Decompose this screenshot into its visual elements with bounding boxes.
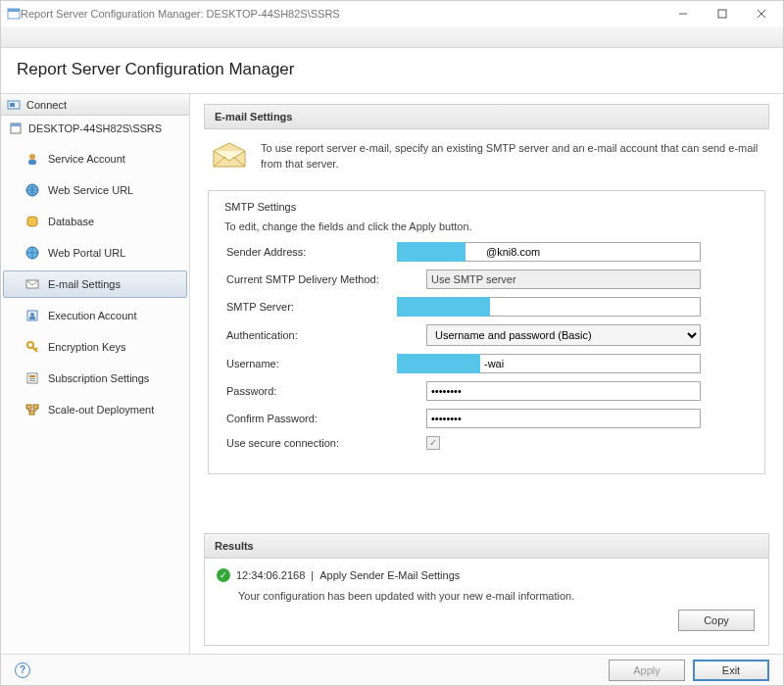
secure-label: Use secure connection: bbox=[220, 437, 426, 449]
app-window: Report Server Configuration Manager: DES… bbox=[0, 0, 784, 686]
smtp-fieldset: SMTP Settings To edit, change the fields… bbox=[208, 190, 765, 474]
main-row: Connect DESKTOP-44SH82S\SSRS Service Acc… bbox=[1, 94, 783, 654]
user-icon bbox=[24, 151, 40, 167]
svg-rect-24 bbox=[26, 405, 31, 409]
sidebar-item-subscription-settings[interactable]: Subscription Settings bbox=[3, 365, 187, 392]
success-icon: ✓ bbox=[217, 568, 230, 582]
svg-rect-26 bbox=[29, 411, 34, 415]
password-label: Password: bbox=[220, 385, 426, 397]
maximize-button[interactable] bbox=[703, 2, 742, 25]
sidebar-item-email-settings[interactable]: E-mail Settings bbox=[3, 270, 187, 298]
row-password: Password: bbox=[220, 381, 753, 401]
password-input[interactable] bbox=[426, 381, 701, 401]
result-line: ✓ 12:34:06.2168 | Apply Sender E-Mail Se… bbox=[217, 568, 757, 582]
result-message: Your configuration has been updated with… bbox=[217, 582, 757, 602]
sidebar-item-encryption-keys[interactable]: Encryption Keys bbox=[3, 333, 187, 361]
sidebar-item-label: Service Account bbox=[48, 153, 125, 165]
titlebar: Report Server Configuration Manager: DES… bbox=[1, 1, 783, 26]
svg-point-10 bbox=[29, 154, 35, 160]
row-confirm: Confirm Password: bbox=[220, 409, 753, 428]
connect-label: Connect bbox=[26, 99, 67, 111]
footer: ? Apply Exit bbox=[1, 654, 783, 685]
envelope-icon bbox=[24, 276, 40, 292]
account-icon bbox=[24, 308, 40, 323]
server-label: DESKTOP-44SH82S\SSRS bbox=[28, 122, 162, 134]
redaction-block bbox=[397, 354, 480, 373]
sidebar-item-label: Scale-out Deployment bbox=[48, 404, 154, 416]
sidebar-item-service-account[interactable]: Service Account bbox=[3, 145, 187, 172]
svg-rect-18 bbox=[29, 317, 35, 319]
result-action: Apply Sender E-Mail Settings bbox=[319, 569, 460, 581]
sender-label: Sender Address: bbox=[220, 246, 426, 258]
sidebar-item-label: Web Service URL bbox=[48, 184, 133, 196]
sender-input[interactable] bbox=[426, 242, 701, 262]
auth-select[interactable]: Username and password (Basic) bbox=[426, 324, 701, 346]
row-username: Username: bbox=[220, 354, 753, 373]
connect-bar[interactable]: Connect bbox=[1, 94, 189, 116]
results-body: ✓ 12:34:06.2168 | Apply Sender E-Mail Se… bbox=[204, 559, 769, 646]
sidebar-item-label: E-mail Settings bbox=[48, 278, 121, 290]
panel-title: E-mail Settings bbox=[204, 104, 769, 129]
sidebar-item-web-portal-url[interactable]: Web Portal URL bbox=[3, 239, 187, 267]
delivery-input bbox=[426, 270, 701, 289]
server-icon bbox=[9, 122, 23, 135]
intro-text: To use report server e-mail, specify an … bbox=[261, 141, 761, 172]
svg-rect-11 bbox=[28, 160, 36, 165]
content-panel: E-mail Settings To use report server e-m… bbox=[190, 94, 783, 654]
sidebar-items: Service Account Web Service URL Database… bbox=[1, 141, 189, 427]
sidebar-item-label: Web Portal URL bbox=[48, 247, 125, 259]
confirm-input[interactable] bbox=[426, 409, 701, 428]
svg-rect-21 bbox=[29, 375, 35, 377]
svg-rect-1 bbox=[8, 9, 20, 12]
subscription-icon bbox=[24, 370, 40, 386]
svg-rect-22 bbox=[29, 378, 35, 379]
connect-icon bbox=[7, 98, 21, 112]
secure-checkbox[interactable]: ✓ bbox=[426, 436, 440, 450]
row-sender: Sender Address: bbox=[220, 242, 753, 262]
svg-rect-23 bbox=[29, 380, 35, 381]
sidebar-item-database[interactable]: Database bbox=[3, 208, 187, 235]
window-title: Report Server Configuration Manager: DES… bbox=[21, 8, 663, 20]
row-secure: Use secure connection: ✓ bbox=[220, 436, 753, 450]
sidebar-item-label: Execution Account bbox=[48, 310, 137, 321]
mail-large-icon bbox=[212, 141, 247, 171]
sidebar-item-label: Encryption Keys bbox=[48, 341, 125, 353]
page-title: Report Server Configuration Manager bbox=[17, 60, 767, 79]
minimize-button[interactable] bbox=[663, 2, 703, 25]
row-delivery: Current SMTP Delivery Method: bbox=[220, 270, 753, 289]
result-sep: | bbox=[311, 569, 314, 581]
scale-out-icon bbox=[24, 402, 40, 417]
globe-icon bbox=[24, 182, 40, 198]
intro-row: To use report server e-mail, specify an … bbox=[204, 129, 769, 190]
sidebar-item-scale-out[interactable]: Scale-out Deployment bbox=[3, 396, 187, 423]
redaction-block bbox=[397, 242, 466, 262]
fieldset-legend: SMTP Settings bbox=[220, 201, 300, 213]
sidebar-item-label: Subscription Settings bbox=[48, 372, 149, 384]
confirm-label: Confirm Password: bbox=[220, 413, 426, 424]
svg-rect-25 bbox=[33, 405, 38, 409]
redaction-block bbox=[397, 297, 490, 317]
svg-point-17 bbox=[30, 313, 34, 317]
sidebar-item-execution-account[interactable]: Execution Account bbox=[3, 302, 187, 329]
key-icon bbox=[24, 339, 40, 355]
sidebar-item-label: Database bbox=[48, 216, 94, 227]
toolbar-strip bbox=[1, 26, 783, 48]
server-node[interactable]: DESKTOP-44SH82S\SSRS bbox=[1, 116, 189, 141]
svg-rect-7 bbox=[10, 103, 15, 107]
delivery-label: Current SMTP Delivery Method: bbox=[220, 273, 426, 285]
results-title: Results bbox=[204, 533, 769, 559]
fieldset-help: To edit, change the fields and click the… bbox=[224, 220, 753, 232]
result-timestamp: 12:34:06.2168 bbox=[236, 569, 305, 581]
globe-icon bbox=[24, 245, 40, 261]
copy-button[interactable]: Copy bbox=[678, 610, 755, 631]
page-header: Report Server Configuration Manager bbox=[1, 48, 783, 94]
database-icon bbox=[24, 214, 40, 229]
svg-line-5 bbox=[758, 10, 765, 18]
apply-button[interactable]: Apply bbox=[609, 660, 685, 681]
help-icon[interactable]: ? bbox=[15, 662, 30, 678]
sidebar-item-web-service-url[interactable]: Web Service URL bbox=[3, 176, 187, 204]
app-icon bbox=[7, 7, 21, 21]
row-smtp: SMTP Server: bbox=[220, 297, 753, 317]
exit-button[interactable]: Exit bbox=[693, 660, 769, 681]
close-button[interactable] bbox=[742, 2, 781, 25]
